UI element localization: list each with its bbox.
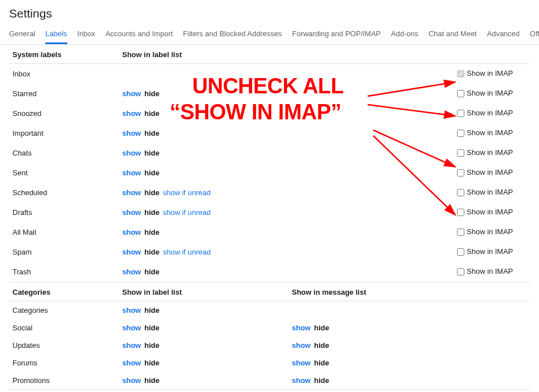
hide-link[interactable]: hide bbox=[314, 359, 329, 367]
hide-link[interactable]: hide bbox=[144, 109, 159, 118]
label-list-controls: showhide bbox=[122, 228, 292, 236]
hide-link[interactable]: hide bbox=[314, 324, 329, 332]
hide-link[interactable]: hide bbox=[144, 359, 159, 367]
hide-link[interactable]: hide bbox=[144, 268, 159, 276]
tab-forwarding-and-pop-imap[interactable]: Forwarding and POP/IMAP bbox=[292, 25, 381, 44]
show-in-imap-label: Show in IMAP bbox=[467, 188, 513, 196]
hide-link[interactable]: hide bbox=[144, 341, 159, 350]
show-link: show bbox=[122, 359, 141, 367]
labels-section-header: Labels Show in label list Show in messag… bbox=[9, 389, 530, 392]
show-in-imap-label: Show in IMAP bbox=[467, 128, 513, 137]
hide-link[interactable]: hide bbox=[144, 228, 159, 236]
label-name: Trash bbox=[9, 268, 122, 276]
label-name: Scheduled bbox=[9, 188, 122, 197]
hide-link[interactable]: hide bbox=[144, 188, 159, 197]
show-if-unread-link[interactable]: show if unread bbox=[163, 208, 211, 217]
show-in-imap-checkbox[interactable] bbox=[457, 268, 464, 275]
label-list-controls: showhideshow if unread bbox=[122, 208, 292, 217]
system-label-row: ImportantshowhideShow in IMAP bbox=[9, 123, 530, 143]
label-name: Snoozed bbox=[9, 109, 122, 118]
label-list-controls: showhide bbox=[122, 89, 292, 98]
hide-link[interactable]: hide bbox=[314, 341, 329, 350]
show-in-imap-label: Show in IMAP bbox=[467, 227, 513, 236]
imap-cell: Show in IMAP bbox=[292, 88, 530, 99]
category-name: Updates bbox=[9, 341, 122, 350]
hide-link[interactable]: hide bbox=[144, 208, 159, 217]
label-list-controls: showhide bbox=[122, 169, 292, 177]
label-name: Chats bbox=[9, 149, 122, 157]
show-link: show bbox=[122, 188, 141, 197]
tab-offline[interactable]: Offline bbox=[530, 25, 539, 44]
show-if-unread-link[interactable]: show if unread bbox=[163, 188, 211, 197]
show-link: show bbox=[122, 208, 141, 217]
show-in-imap-checkbox[interactable] bbox=[457, 248, 464, 256]
label-list-controls: showhideshow if unread bbox=[122, 188, 292, 197]
show-in-imap-checkbox[interactable] bbox=[457, 90, 464, 97]
header-categories: Categories bbox=[9, 288, 122, 296]
system-label-row: All MailshowhideShow in IMAP bbox=[9, 222, 530, 242]
category-name: Social bbox=[9, 324, 122, 332]
hide-link[interactable]: hide bbox=[144, 376, 159, 385]
category-name: Promotions bbox=[9, 376, 122, 385]
system-label-row: Scheduledshowhideshow if unreadShow in I… bbox=[9, 183, 530, 203]
show-in-imap-checkbox[interactable] bbox=[457, 169, 464, 176]
hide-link[interactable]: hide bbox=[144, 324, 159, 332]
header-show-in-label-list-2: Show in label list bbox=[122, 288, 292, 296]
settings-tabs: GeneralLabelsInboxAccounts and ImportFil… bbox=[0, 25, 539, 45]
hide-link[interactable]: hide bbox=[144, 129, 159, 137]
show-if-unread-link[interactable]: show if unread bbox=[163, 248, 211, 256]
hide-link[interactable]: hide bbox=[144, 89, 159, 98]
tab-filters-and-blocked-addresses[interactable]: Filters and Blocked Addresses bbox=[183, 25, 282, 44]
hide-link[interactable]: hide bbox=[144, 149, 159, 157]
show-link: show bbox=[122, 129, 141, 137]
label-name: Starred bbox=[9, 89, 122, 98]
show-in-imap-label: Show in IMAP bbox=[467, 267, 513, 275]
category-row: Categoriesshowhide bbox=[9, 301, 530, 319]
system-label-row: Draftsshowhideshow if unreadShow in IMAP bbox=[9, 203, 530, 222]
show-link: show bbox=[122, 306, 141, 315]
show-in-imap-checkbox[interactable] bbox=[457, 229, 464, 236]
label-list-controls: showhideshow if unread bbox=[122, 248, 292, 256]
imap-cell: Show in IMAP bbox=[292, 108, 530, 119]
tab-general[interactable]: General bbox=[9, 25, 35, 44]
label-name: Sent bbox=[9, 169, 122, 177]
tab-advanced[interactable]: Advanced bbox=[487, 25, 520, 44]
show-link: show bbox=[292, 324, 311, 332]
tab-chat-and-meet[interactable]: Chat and Meet bbox=[429, 25, 477, 44]
tab-inbox[interactable]: Inbox bbox=[77, 25, 96, 44]
show-in-imap-checkbox[interactable] bbox=[457, 130, 464, 137]
show-link: show bbox=[122, 109, 141, 118]
show-link: show bbox=[122, 149, 141, 157]
page-title: Settings bbox=[0, 0, 539, 25]
label-list-controls: showhide bbox=[122, 109, 292, 118]
hide-link[interactable]: hide bbox=[314, 376, 329, 385]
category-label-list-controls: showhide bbox=[122, 306, 292, 315]
category-label-list-controls: showhide bbox=[122, 359, 292, 367]
show-in-imap-checkbox[interactable] bbox=[457, 209, 464, 216]
tab-accounts-and-import[interactable]: Accounts and Import bbox=[105, 25, 173, 44]
imap-cell: Show in IMAP bbox=[292, 128, 530, 139]
show-in-imap-checkbox[interactable] bbox=[457, 149, 464, 157]
tab-add-ons[interactable]: Add-ons bbox=[391, 25, 418, 44]
imap-cell: Show in IMAP bbox=[292, 167, 530, 178]
label-list-controls: showhide bbox=[122, 268, 292, 276]
show-link: show bbox=[122, 324, 141, 332]
show-link: show bbox=[122, 376, 141, 385]
system-label-row: ChatsshowhideShow in IMAP bbox=[9, 143, 530, 163]
tab-labels[interactable]: Labels bbox=[45, 25, 67, 44]
show-in-imap-label: Show in IMAP bbox=[467, 69, 513, 77]
hide-link[interactable]: hide bbox=[144, 306, 159, 315]
show-link: show bbox=[122, 248, 141, 256]
category-label-list-controls: showhide bbox=[122, 324, 292, 332]
system-label-row: SnoozedshowhideShow in IMAP bbox=[9, 104, 530, 123]
show-link: show bbox=[292, 341, 311, 350]
imap-cell: Show in IMAP bbox=[292, 187, 530, 198]
category-msg-list-controls: showhide bbox=[292, 376, 433, 385]
show-in-imap-checkbox[interactable] bbox=[457, 110, 464, 117]
show-in-imap-checkbox[interactable] bbox=[457, 189, 464, 196]
category-row: Forumsshowhideshowhide bbox=[9, 354, 530, 372]
show-link: show bbox=[122, 169, 141, 177]
hide-link[interactable]: hide bbox=[144, 169, 159, 177]
hide-link[interactable]: hide bbox=[144, 248, 159, 256]
show-in-imap-label: Show in IMAP bbox=[467, 148, 513, 157]
